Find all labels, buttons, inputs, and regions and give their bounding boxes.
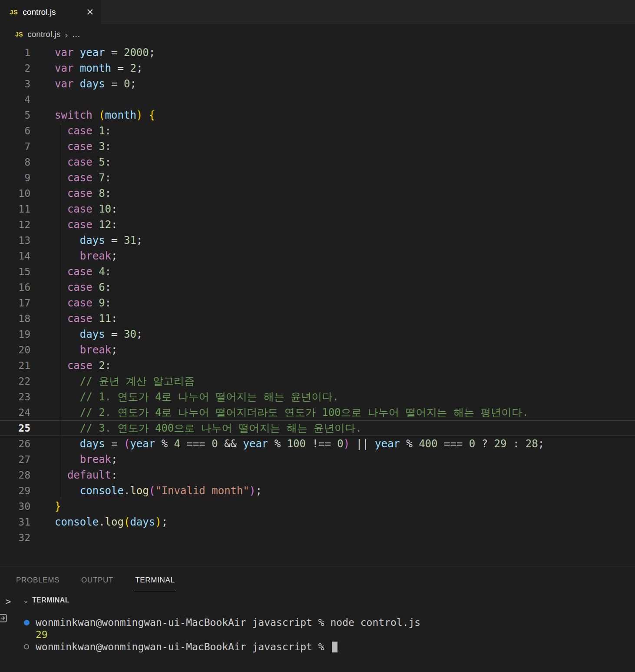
- indent-guide: [61, 248, 61, 264]
- indent-guide: [61, 420, 61, 436]
- code-line[interactable]: 31console.log(days);: [0, 514, 635, 530]
- code-line[interactable]: 17 case 9:: [0, 295, 635, 311]
- indent-guide: [61, 311, 61, 326]
- line-content: // 윤년 계산 알고리즘: [30, 373, 195, 389]
- command-pending-decoration-icon: [24, 644, 36, 649]
- indent-guide: [61, 123, 61, 139]
- indent-guide: [61, 279, 61, 295]
- code-line[interactable]: 30}: [0, 499, 635, 514]
- terminal-line: wonminkwan@wonmingwan-ui-MacBookAir java…: [24, 641, 635, 653]
- tab-title: control.js: [23, 7, 56, 17]
- code-line[interactable]: 19 days = 30;: [0, 326, 635, 342]
- line-number: 6: [0, 123, 30, 139]
- line-content: case 7:: [30, 170, 111, 186]
- line-content: case 10:: [30, 201, 118, 217]
- indent-guide: [61, 389, 61, 405]
- line-number: 22: [0, 373, 30, 389]
- code-line[interactable]: 12 case 12:: [0, 217, 635, 233]
- chevron-right-icon: ›: [65, 30, 68, 39]
- line-content: break;: [30, 342, 118, 358]
- line-number: 31: [0, 514, 30, 530]
- breadcrumb-file[interactable]: control.js: [27, 30, 60, 39]
- indent-guide: [61, 233, 61, 248]
- chevron-right-icon[interactable]: >: [6, 597, 11, 606]
- code-line[interactable]: 22 // 윤년 계산 알고리즘: [0, 373, 635, 389]
- line-content: days = 30;: [30, 326, 142, 342]
- line-number: 14: [0, 248, 30, 264]
- terminal-lines: wonminkwan@wonmingwan-ui-MacBookAir java…: [24, 616, 635, 653]
- line-number: 8: [0, 154, 30, 170]
- code-editor[interactable]: 1var year = 2000;2var month = 2;3var day…: [0, 45, 635, 566]
- indent-guide: [61, 342, 61, 358]
- code-line[interactable]: 2var month = 2;: [0, 60, 635, 76]
- line-content: [30, 530, 55, 546]
- terminal[interactable]: ⌄ TERMINAL wonminkwan@wonmingwan-ui-MacB…: [17, 591, 635, 672]
- tab-terminal[interactable]: TERMINAL: [134, 576, 176, 591]
- line-content: case 4:: [30, 264, 111, 279]
- code-line[interactable]: 16 case 6:: [0, 279, 635, 295]
- close-icon[interactable]: ✕: [86, 7, 94, 17]
- indent-guide: [61, 139, 61, 154]
- code-line[interactable]: 6 case 1:: [0, 123, 635, 139]
- chevron-down-icon[interactable]: ⌄: [24, 596, 28, 604]
- line-number: 30: [0, 499, 30, 514]
- code-line[interactable]: 9 case 7:: [0, 170, 635, 186]
- indent-guide: [61, 452, 61, 467]
- code-line[interactable]: 8 case 5:: [0, 154, 635, 170]
- terminal-header: ⌄ TERMINAL: [24, 596, 635, 604]
- line-content: case 12:: [30, 217, 118, 233]
- indent-guide: [61, 264, 61, 279]
- bottom-panel: PROBLEMS OUTPUT TERMINAL > ⌄ TERMINAL: [0, 566, 635, 672]
- line-number: 12: [0, 217, 30, 233]
- indent-guide: [61, 373, 61, 389]
- tab-control-js[interactable]: JS control.js ✕: [0, 0, 101, 24]
- code-lines: 1var year = 2000;2var month = 2;3var day…: [0, 45, 635, 546]
- line-content: console.log(days);: [30, 514, 168, 530]
- code-line[interactable]: 14 break;: [0, 248, 635, 264]
- code-line[interactable]: 5switch (month) {: [0, 107, 635, 123]
- line-content: break;: [30, 452, 118, 467]
- code-line[interactable]: 24 // 2. 연도가 4로 나누어 떨어지더라도 연도가 100으로 나누어…: [0, 405, 635, 420]
- tab-output[interactable]: OUTPUT: [80, 576, 114, 591]
- tab-problems[interactable]: PROBLEMS: [15, 576, 60, 591]
- code-line[interactable]: 18 case 11:: [0, 311, 635, 326]
- line-number: 13: [0, 233, 30, 248]
- code-line[interactable]: 27 break;: [0, 452, 635, 467]
- line-number: 23: [0, 389, 30, 405]
- code-line[interactable]: 4: [0, 92, 635, 107]
- terminal-line: 29: [24, 629, 635, 641]
- code-line[interactable]: 25 // 3. 연도가 400으로 나누어 떨어지는 해는 윤년이다.: [0, 420, 635, 436]
- line-number: 15: [0, 264, 30, 279]
- code-line[interactable]: 7 case 3:: [0, 139, 635, 154]
- code-line[interactable]: 13 days = 31;: [0, 233, 635, 248]
- line-number: 28: [0, 467, 30, 483]
- indent-guide: [61, 405, 61, 420]
- terminal-cursor: [332, 642, 337, 652]
- terminal-text: wonminkwan@wonmingwan-ui-MacBookAir java…: [36, 616, 420, 629]
- indent-guide: [61, 217, 61, 233]
- panel-side-strip: >: [0, 591, 17, 672]
- breadcrumb-symbol-more[interactable]: ...: [72, 30, 80, 39]
- open-terminal-editor-icon[interactable]: [0, 612, 8, 625]
- code-line[interactable]: 23 // 1. 연도가 4로 나누어 떨어지는 해는 윤년이다.: [0, 389, 635, 405]
- line-number: 7: [0, 139, 30, 154]
- code-line[interactable]: 28 default:: [0, 467, 635, 483]
- line-content: // 2. 연도가 4로 나누어 떨어지더라도 연도가 100으로 나누어 떨어…: [30, 405, 529, 420]
- code-line[interactable]: 10 case 8:: [0, 186, 635, 201]
- indent-guide: [61, 186, 61, 201]
- code-line[interactable]: 29 console.log("Invalid month");: [0, 483, 635, 499]
- code-line[interactable]: 32: [0, 530, 635, 546]
- code-line[interactable]: 3var days = 0;: [0, 76, 635, 92]
- code-line[interactable]: 26 days = (year % 4 === 0 && year % 100 …: [0, 436, 635, 452]
- line-content: // 3. 연도가 400으로 나누어 떨어지는 해는 윤년이다.: [30, 420, 362, 436]
- terminal-text: 29: [36, 629, 48, 641]
- line-content: case 8:: [30, 186, 111, 201]
- indent-guide: [61, 467, 61, 483]
- code-line[interactable]: 21 case 2:: [0, 358, 635, 373]
- line-content: case 5:: [30, 154, 111, 170]
- line-content: case 2:: [30, 358, 111, 373]
- code-line[interactable]: 11 case 10:: [0, 201, 635, 217]
- code-line[interactable]: 20 break;: [0, 342, 635, 358]
- code-line[interactable]: 15 case 4:: [0, 264, 635, 279]
- code-line[interactable]: 1var year = 2000;: [0, 45, 635, 60]
